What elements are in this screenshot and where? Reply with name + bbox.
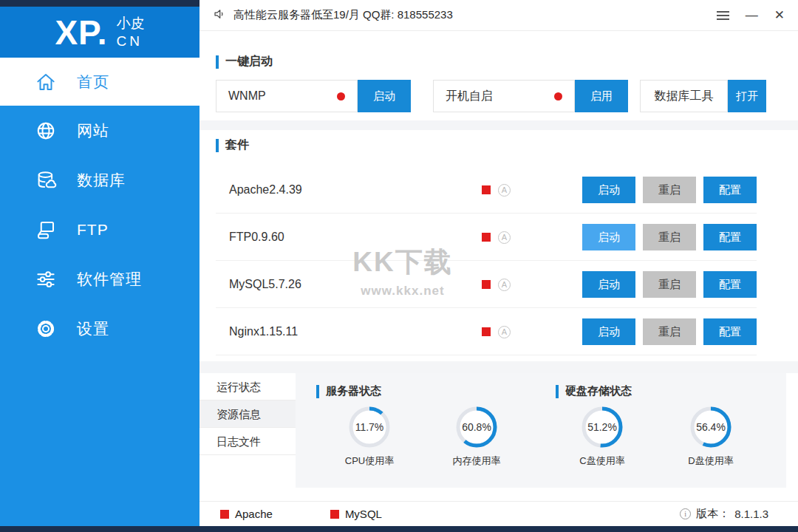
sidebar-item-database[interactable]: 数据库 <box>0 155 200 205</box>
sidebar: XP. 小皮 CN 首页 网站 数据库 <box>0 0 200 532</box>
footer-bar: Apache MySQL i 版本： 8.1.1.3 <box>200 501 798 526</box>
gauge-label: 内存使用率 <box>434 454 519 468</box>
memory-usage-gauge: 60.8% 内存使用率 <box>434 406 519 468</box>
autostart-badge-icon[interactable]: A <box>498 326 511 338</box>
package-name: Apache2.4.39 <box>229 166 302 214</box>
gauge-value: 51.2% <box>581 406 624 449</box>
restart-button[interactable]: 重启 <box>643 318 696 345</box>
dbtool-control: 数据库工具 打开 <box>640 80 766 112</box>
app-logo: XP. 小皮 CN <box>0 7 200 58</box>
status-dot <box>554 92 562 100</box>
suite-row-nginx: Nginx1.15.11 A 启动 重启 配置 <box>216 308 757 355</box>
phpstudy-window: XP. 小皮 CN 首页 网站 数据库 <box>0 0 798 532</box>
server-status-title: 服务器状态 <box>316 384 381 398</box>
version-info: i 版本： 8.1.1.3 <box>680 507 768 521</box>
tab-running-status[interactable]: 运行状态 <box>200 373 296 400</box>
suite-table: Apache2.4.39 A 启动 重启 配置 FTP0.9.60 A <box>216 166 757 355</box>
window-frame-top <box>0 0 200 7</box>
accent-bar <box>316 385 319 398</box>
stopped-indicator <box>330 510 339 519</box>
autoboot-status-box: 开机自启 <box>433 80 575 112</box>
restart-button[interactable]: 重启 <box>643 224 696 250</box>
dbtool-open-button[interactable]: 打开 <box>728 80 766 112</box>
section-separator <box>200 120 798 130</box>
cdisk-usage-gauge: 51.2% C盘使用率 <box>559 406 645 468</box>
autostart-badge-icon[interactable]: A <box>498 279 511 291</box>
info-icon: i <box>680 508 691 519</box>
dbtool-label-box: 数据库工具 <box>640 80 728 112</box>
sidebar-item-label: 首页 <box>77 72 109 92</box>
stopped-indicator <box>220 510 229 519</box>
cpu-usage-gauge: 11.7% CPU使用率 <box>327 406 412 468</box>
config-button[interactable]: 配置 <box>703 224 757 250</box>
ddisk-usage-gauge: 56.4% D盘使用率 <box>668 406 754 468</box>
announcement-text: 高性能云服务器低至19/月 QQ群: 818555233 <box>233 8 453 22</box>
autoboot-enable-button[interactable]: 启用 <box>575 80 628 112</box>
logo-sub-text: 小皮 <box>117 16 145 32</box>
menu-icon[interactable] <box>717 11 729 20</box>
status-tabs: 运行状态 资源信息 日志文件 <box>200 373 296 491</box>
package-name: Nginx1.15.11 <box>229 308 298 355</box>
gauge-label: D盘使用率 <box>668 454 754 468</box>
accent-bar <box>556 385 559 398</box>
sidebar-item-label: 设置 <box>77 318 109 339</box>
suite-row-apache: Apache2.4.39 A 启动 重启 配置 <box>216 166 757 214</box>
quick-start-title: 一键启动 <box>216 54 273 69</box>
globe-icon <box>34 119 58 143</box>
sidebar-item-software[interactable]: 软件管理 <box>0 254 200 304</box>
status-dot <box>337 92 345 100</box>
close-button[interactable]: ✕ <box>774 9 785 21</box>
gauge-label: C盘使用率 <box>559 454 645 468</box>
sidebar-item-ftp[interactable]: FTP <box>0 205 200 254</box>
sidebar-item-label: 软件管理 <box>77 269 142 290</box>
config-button[interactable]: 配置 <box>703 318 757 345</box>
home-icon <box>34 70 58 94</box>
stopped-indicator <box>482 280 491 289</box>
section-separator <box>200 361 798 373</box>
restart-button[interactable]: 重启 <box>643 271 696 298</box>
restart-button[interactable]: 重启 <box>643 177 696 203</box>
title-bar: 高性能云服务器低至19/月 QQ群: 818555233 — ✕ <box>200 0 798 31</box>
stopped-indicator <box>482 185 491 194</box>
gauge-value: 60.8% <box>455 406 498 449</box>
autostart-badge-icon[interactable]: A <box>498 231 511 244</box>
sidebar-item-settings[interactable]: 设置 <box>0 304 200 353</box>
accent-bar <box>216 139 219 152</box>
footer-service-apache: Apache <box>220 508 273 520</box>
start-button[interactable]: 启动 <box>582 177 635 203</box>
suite-row-mysql: MySQL5.7.26 A 启动 重启 配置 <box>216 261 757 308</box>
start-button[interactable]: 启动 <box>582 224 635 250</box>
sidebar-item-label: FTP <box>77 221 109 239</box>
stopped-indicator <box>482 233 491 242</box>
sidebar-item-home[interactable]: 首页 <box>0 58 200 106</box>
autoboot-control: 开机自启 启用 <box>433 80 628 112</box>
suite-title: 套件 <box>216 137 249 153</box>
gauge-value: 56.4% <box>689 406 732 449</box>
tab-log-files[interactable]: 日志文件 <box>200 428 296 455</box>
sidebar-item-label: 网站 <box>77 120 109 141</box>
gauge-value: 11.7% <box>348 406 391 449</box>
window-frame-bottom <box>0 526 798 532</box>
autostart-badge-icon[interactable]: A <box>498 184 511 197</box>
config-button[interactable]: 配置 <box>703 271 757 298</box>
wnmp-start-button[interactable]: 启动 <box>358 80 411 112</box>
sidebar-item-website[interactable]: 网站 <box>0 106 200 155</box>
version-number: 8.1.1.3 <box>734 508 768 520</box>
stopped-indicator <box>482 327 491 336</box>
tab-resource-info[interactable]: 资源信息 <box>200 400 296 428</box>
start-button[interactable]: 启动 <box>582 318 635 345</box>
wnmp-control: WNMP 启动 <box>216 80 411 112</box>
speaker-icon <box>213 7 226 24</box>
gear-icon <box>34 317 58 341</box>
minimize-button[interactable]: — <box>746 9 758 21</box>
version-label: 版本： <box>696 507 729 521</box>
start-button[interactable]: 启动 <box>582 271 635 298</box>
main-content: 高性能云服务器低至19/月 QQ群: 818555233 — ✕ 一键启动 WN… <box>200 0 798 532</box>
database-icon <box>34 168 58 192</box>
disk-status-title: 硬盘存储状态 <box>556 384 632 398</box>
network-icon <box>34 218 58 242</box>
wnmp-status-box: WNMP <box>216 80 358 112</box>
sidebar-item-label: 数据库 <box>77 170 126 191</box>
package-name: MySQL5.7.26 <box>229 261 301 308</box>
config-button[interactable]: 配置 <box>703 177 757 203</box>
